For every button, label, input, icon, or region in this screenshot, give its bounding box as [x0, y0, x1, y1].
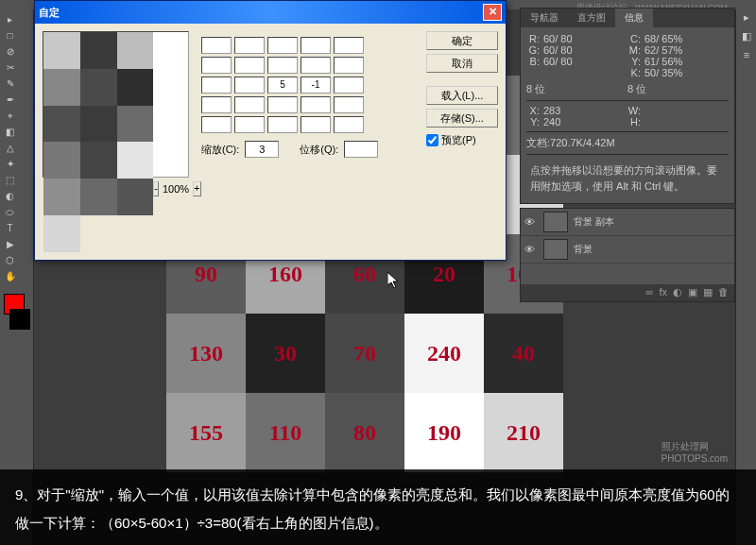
matrix-input[interactable]: 5 — [267, 77, 298, 94]
matrix-input[interactable] — [201, 57, 232, 74]
matrix-input[interactable] — [301, 37, 331, 54]
matrix-input[interactable] — [201, 96, 232, 113]
crop-tool[interactable]: ✂ — [3, 60, 17, 75]
pen-tool[interactable]: ◐ — [3, 189, 17, 203]
dock-icon[interactable]: ≡ — [738, 49, 755, 66]
type-tool[interactable]: ⬭ — [3, 205, 17, 219]
info-r: 60/ 80 — [543, 33, 627, 44]
background-color[interactable] — [9, 309, 30, 330]
layers-panel: 👁 背景 副本 👁 背景 ∞ fx ◐ ▣ ▦ 🗑 — [520, 208, 735, 302]
layer-row-copy[interactable]: 👁 背景 副本 — [521, 209, 734, 236]
scale-label: 缩放(C): — [201, 143, 239, 157]
matrix-input[interactable] — [301, 57, 331, 74]
matrix-input[interactable] — [267, 37, 298, 54]
matrix-input[interactable] — [334, 37, 364, 54]
matrix-input[interactable] — [334, 57, 364, 74]
info-y: 61/ 56% — [644, 56, 729, 67]
stamp-tool[interactable]: ⌖ — [3, 109, 17, 123]
dock-icon[interactable]: ▸ — [738, 11, 755, 28]
visibility-icon[interactable]: 👁 — [524, 244, 538, 255]
info-doc: 文档:720.7K/4.42M — [526, 136, 729, 150]
tab-histogram[interactable]: 直方图 — [568, 9, 615, 27]
tab-navigator[interactable]: 导航器 — [521, 9, 568, 27]
info-bits-right: 8 位 — [627, 82, 729, 96]
eraser-tool[interactable]: ◧ — [3, 125, 17, 139]
info-b: 60/ 80 — [543, 56, 627, 67]
matrix-input[interactable] — [234, 116, 265, 133]
trash-icon[interactable]: 🗑 — [718, 286, 729, 299]
mask-icon[interactable]: ◐ — [673, 286, 682, 299]
ok-button[interactable]: 确定 — [426, 31, 498, 50]
fx-icon[interactable]: fx — [659, 286, 667, 299]
marquee-tool[interactable]: □ — [3, 28, 17, 43]
matrix-input[interactable] — [234, 77, 265, 94]
matrix-input[interactable] — [334, 77, 364, 94]
matrix-input[interactable] — [301, 96, 331, 113]
custom-filter-dialog: 自定 ✕ - 100% + 5-1 缩放(C): 3 位移(Q): 确定 取消 — [34, 0, 507, 261]
matrix-input[interactable] — [267, 96, 298, 113]
visibility-icon[interactable]: 👁 — [524, 216, 538, 228]
folder-icon[interactable]: ▣ — [688, 286, 697, 299]
info-x: 283 — [543, 105, 627, 116]
scale-input[interactable]: 3 — [245, 141, 279, 158]
matrix-input[interactable] — [234, 96, 265, 113]
watermark: 照片处理网 PHOTOPS.com — [662, 440, 728, 464]
load-button[interactable]: 载入(L)... — [426, 86, 498, 105]
path-tool[interactable]: T — [3, 221, 17, 235]
convolution-matrix: 5-1 — [201, 37, 419, 133]
grid-cell: 30 — [246, 314, 325, 393]
info-y-coord: 240 — [543, 116, 627, 128]
layer-thumbnail — [543, 212, 568, 232]
zoom-out-button[interactable]: - — [153, 181, 159, 196]
matrix-input[interactable] — [201, 77, 232, 94]
matrix-input[interactable] — [201, 37, 232, 54]
info-h — [644, 116, 729, 128]
move-tool[interactable]: ▸ — [3, 12, 17, 26]
grid-cell: 80 — [325, 393, 404, 472]
matrix-input[interactable] — [267, 116, 298, 133]
mouse-cursor-icon — [387, 272, 401, 289]
matrix-input[interactable] — [234, 57, 265, 74]
gradient-tool[interactable]: △ — [3, 141, 17, 155]
zoom-value: 100% — [163, 183, 189, 195]
tab-info[interactable]: 信息 — [615, 9, 653, 27]
brush-tool[interactable]: ✒ — [3, 93, 17, 107]
matrix-input[interactable] — [234, 37, 265, 54]
new-layer-icon[interactable]: ▦ — [703, 286, 713, 299]
save-button[interactable]: 存储(S)... — [426, 109, 498, 128]
info-bits-left: 8 位 — [526, 82, 627, 96]
dialog-titlebar[interactable]: 自定 ✕ — [35, 1, 506, 24]
dodge-tool[interactable]: ⬚ — [3, 173, 17, 187]
info-panel: 导航器 直方图 信息 R:60/ 80 G:60/ 80 B:60/ 80 C:… — [520, 8, 735, 204]
matrix-input[interactable] — [334, 96, 364, 113]
close-icon[interactable]: ✕ — [483, 4, 502, 21]
matrix-input[interactable] — [334, 116, 364, 133]
matrix-input[interactable]: -1 — [301, 77, 331, 94]
layer-row-background[interactable]: 👁 背景 — [521, 236, 734, 264]
preview-label: 预览(P) — [441, 133, 476, 147]
layer-thumbnail — [543, 239, 568, 260]
cancel-button[interactable]: 取消 — [426, 54, 498, 73]
matrix-input[interactable] — [267, 57, 298, 74]
link-icon[interactable]: ∞ — [646, 286, 654, 299]
zoom-in-button[interactable]: + — [193, 181, 200, 196]
grid-cell: 155 — [166, 393, 246, 472]
info-w — [644, 105, 729, 116]
info-c: 68/ 65% — [644, 33, 729, 44]
shape-tool[interactable]: ▶ — [3, 237, 17, 251]
blur-tool[interactable]: ✦ — [3, 157, 17, 171]
dock-icon[interactable]: ◧ — [738, 30, 755, 47]
offset-label: 位移(Q): — [300, 143, 338, 157]
eyedropper-tool[interactable]: ✎ — [3, 77, 17, 91]
preview-checkbox[interactable] — [426, 134, 438, 146]
zoom-tool[interactable]: ✋ — [3, 269, 17, 283]
info-hint: 点按并拖移以沿想要的方向滚动图像。要用附加选项，使用 Alt 和 Ctrl 键。 — [526, 159, 729, 197]
matrix-input[interactable] — [201, 116, 232, 133]
grid-cell: 240 — [404, 314, 484, 393]
matrix-input[interactable] — [301, 116, 331, 133]
grid-cell: 190 — [404, 393, 484, 472]
hand-tool[interactable]: ⬡ — [3, 253, 17, 267]
tutorial-caption: 9、对于"缩放"，输入一个值，以用该值去除计算中包含的像素的亮度总和。我们以像素… — [0, 469, 756, 545]
offset-input[interactable] — [344, 141, 378, 158]
lasso-tool[interactable]: ⊘ — [3, 44, 17, 59]
